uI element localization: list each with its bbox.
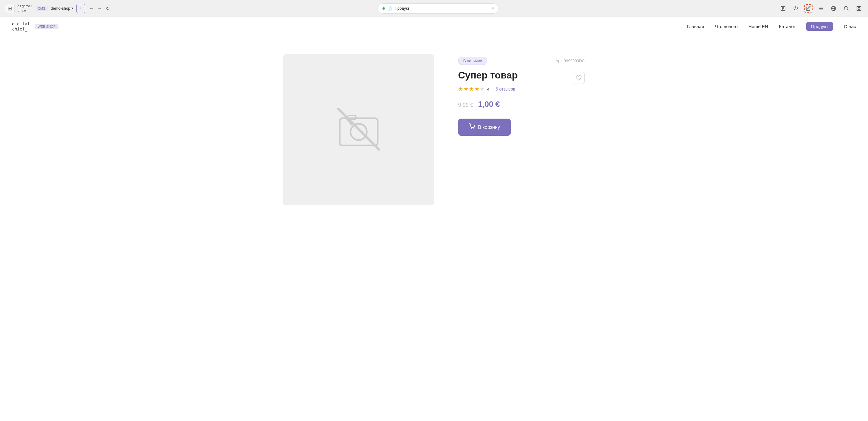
cart-icon bbox=[469, 123, 475, 131]
no-image-icon bbox=[332, 102, 386, 158]
rating-row: ★ ★ ★ ★ ★ 4 · 5 отзывов bbox=[458, 86, 585, 92]
forward-button[interactable]: → bbox=[97, 6, 102, 11]
wishlist-button[interactable] bbox=[572, 72, 585, 84]
add-page-button[interactable]: + bbox=[76, 4, 85, 13]
edit-button[interactable] bbox=[804, 4, 812, 13]
nav-item-glavnaya[interactable]: Главная bbox=[687, 24, 704, 29]
secure-icon bbox=[382, 7, 385, 10]
in-stock-badge: В наличии bbox=[458, 57, 487, 65]
search-button[interactable] bbox=[842, 4, 850, 13]
product-title: Супер товар bbox=[458, 70, 518, 81]
article-number: Арт. 9999999DC bbox=[555, 59, 585, 63]
svg-rect-14 bbox=[859, 9, 861, 10]
price-old: 9,99 € bbox=[458, 102, 473, 108]
svg-rect-11 bbox=[857, 6, 858, 8]
new-tab-button[interactable]: ⊞ bbox=[5, 4, 14, 13]
address-bar[interactable]: 📄 Продукт ▾ bbox=[378, 3, 498, 13]
svg-line-10 bbox=[847, 9, 848, 10]
add-to-cart-button[interactable]: В корзину bbox=[458, 119, 511, 136]
nav-item-chto-novogo[interactable]: Что нового bbox=[715, 24, 738, 29]
chevron-down-icon: ▾ bbox=[71, 6, 73, 10]
back-button[interactable]: ← bbox=[89, 6, 94, 11]
site-logo: digital chief_ bbox=[12, 22, 30, 32]
nav-item-katalog[interactable]: Каталог bbox=[779, 24, 796, 29]
star-4: ★ bbox=[474, 86, 479, 92]
cart-btn-label: В корзину bbox=[478, 124, 500, 130]
price-row: 9,99 € 1,00 € bbox=[458, 100, 585, 109]
url-text: Продукт bbox=[395, 6, 490, 10]
svg-point-19 bbox=[471, 129, 472, 129]
page-content: В наличии Арт. 9999999DC Супер товар ★ ★… bbox=[223, 36, 645, 223]
product-info: В наличии Арт. 9999999DC Супер товар ★ ★… bbox=[458, 54, 585, 136]
svg-point-20 bbox=[474, 129, 474, 129]
price-new: 1,00 € bbox=[478, 100, 500, 109]
svg-rect-13 bbox=[857, 9, 858, 10]
star-2: ★ bbox=[464, 86, 468, 92]
reader-view-button[interactable] bbox=[779, 4, 787, 13]
browser-chrome: ⊞ digital chief_ CMS demo-shop ▾ + ← → ↻… bbox=[0, 0, 868, 17]
star-3: ★ bbox=[469, 86, 474, 92]
browser-left: ⊞ digital chief_ CMS demo-shop ▾ + bbox=[5, 4, 85, 13]
power-button[interactable] bbox=[792, 4, 800, 13]
rating-dot: · bbox=[492, 86, 493, 92]
svg-point-16 bbox=[350, 124, 367, 140]
stars: ★ ★ ★ ★ ★ bbox=[458, 86, 485, 92]
page-icon: 📄 bbox=[387, 6, 392, 10]
star-5: ★ bbox=[480, 86, 485, 92]
shop-selector[interactable]: demo-shop ▾ bbox=[51, 6, 73, 10]
grid-view-button[interactable] bbox=[855, 4, 863, 13]
svg-line-18 bbox=[338, 109, 379, 150]
svg-point-9 bbox=[844, 6, 848, 10]
browser-nav: ← → ↻ bbox=[89, 5, 110, 11]
globe-icon[interactable] bbox=[830, 4, 838, 13]
nav-item-home-en[interactable]: Home EN bbox=[748, 24, 768, 29]
address-chevron-icon[interactable]: ▾ bbox=[492, 6, 494, 10]
reload-button[interactable]: ↻ bbox=[106, 5, 110, 11]
menu-button[interactable] bbox=[817, 4, 825, 13]
product-image-placeholder bbox=[283, 54, 434, 205]
browser-toolbar bbox=[779, 4, 863, 13]
more-options-button[interactable]: ⋮ bbox=[767, 5, 775, 12]
reviews-link[interactable]: 5 отзывов bbox=[496, 87, 516, 91]
nav-item-produkt[interactable]: Продукт bbox=[806, 22, 833, 31]
web-shop-badge: WEB SHOP bbox=[35, 24, 59, 29]
product-title-row: Супер товар bbox=[458, 70, 585, 86]
star-1: ★ bbox=[458, 86, 463, 92]
site-nav: Главная Что нового Home EN Каталог Проду… bbox=[687, 22, 856, 31]
brand-logo: digital chief_ bbox=[18, 4, 33, 12]
site-header: digital chief_ WEB SHOP Главная Что ново… bbox=[0, 17, 868, 36]
svg-rect-12 bbox=[859, 6, 861, 8]
rating-value: 4 bbox=[487, 87, 490, 92]
nav-item-o-nas[interactable]: О нас bbox=[844, 24, 856, 29]
cms-badge: CMS bbox=[36, 6, 48, 11]
product-top-row: В наличии Арт. 9999999DC bbox=[458, 57, 585, 65]
